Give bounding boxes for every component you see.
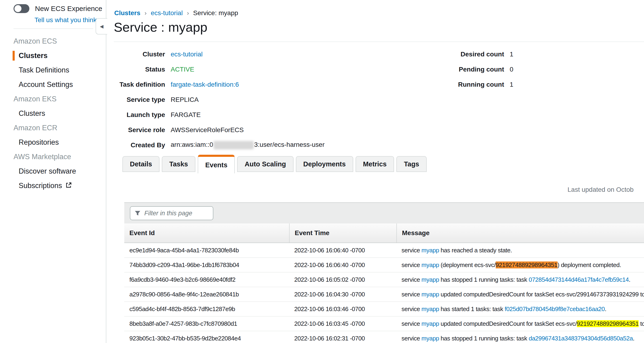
event-id-cell: ec9e1d94-9aca-45b4-a4a1-7823030fe84b	[124, 247, 289, 254]
task-definition-link[interactable]: fargate-task-definition:6	[171, 81, 239, 88]
message-text: has stopped 1 running tasks: task	[439, 335, 528, 342]
filter-input[interactable]	[144, 210, 209, 217]
sidebar-item-clusters[interactable]: Clusters	[0, 48, 106, 63]
sidebar-item-discover-software[interactable]: Discover software	[0, 164, 106, 178]
column-header-event-id[interactable]: Event Id	[124, 224, 289, 243]
breadcrumb-separator-icon: ›	[187, 9, 189, 17]
breadcrumb-separator-icon: ›	[144, 9, 147, 17]
detail-value-created-by: arn:aws:iam::03:user/ecs-harness-user	[171, 141, 324, 149]
message-text: updated computedDesiredCount for taskSet…	[439, 320, 577, 327]
message-text: ) deployment completed.	[558, 262, 621, 269]
message-text: service	[402, 262, 422, 269]
sidebar: New ECS Experience Tell us what you thin…	[0, 0, 106, 343]
sidebar-item-task-definitions[interactable]: Task Definitions	[0, 63, 106, 77]
message-text: service	[402, 320, 422, 327]
ecs-console-page: { "colors": { "accent_orange": "#ec7211"…	[0, 0, 644, 343]
event-id-cell: 8beb3a8f-a0e7-4257-983b-c7fc870980d1	[124, 320, 289, 328]
message-text: service	[402, 276, 422, 283]
event-time-cell: 2022-10-06 16:05:02 -0700	[289, 276, 396, 283]
message-link[interactable]: myapp	[422, 291, 439, 298]
sidebar-section-aws-marketplace: AWS Marketplace	[0, 150, 106, 164]
tab-auto-scaling[interactable]: Auto Scaling	[237, 156, 293, 172]
message-text: service	[402, 306, 422, 313]
breadcrumb-item-ecs-tutorial[interactable]: ecs-tutorial	[151, 9, 183, 17]
status-badge: ACTIVE	[171, 66, 194, 73]
detail-value-launch-type: FARGATE	[171, 111, 201, 119]
table-row: ec9e1d94-9aca-45b4-a4a1-7823030fe84b2022…	[124, 243, 644, 258]
breadcrumb-item-clusters[interactable]: Clusters	[114, 9, 140, 17]
event-id-cell: 923b05c1-30b2-47bb-b535-9d2be22084e4	[124, 335, 289, 342]
message-cell: service myapp has stopped 1 running task…	[396, 276, 644, 283]
filter-funnel-icon	[134, 210, 140, 216]
message-text: has reached a steady state.	[439, 247, 512, 254]
message-link[interactable]: myapp	[422, 320, 439, 327]
sidebar-item-subscriptions[interactable]: Subscriptions	[0, 178, 106, 193]
count-value-pending-count: 0	[510, 66, 514, 73]
service-details: Clusterecs-tutorialStatusACTIVETask defi…	[114, 47, 324, 153]
tab-events[interactable]: Events	[198, 155, 235, 173]
tab-deployments[interactable]: Deployments	[296, 156, 353, 172]
column-header-message[interactable]: Message	[396, 224, 644, 243]
count-label: Desired count	[443, 50, 504, 58]
toggle-knob-icon	[14, 5, 22, 12]
detail-label: Service type	[114, 96, 165, 103]
sidebar-item-account-settings[interactable]: Account Settings	[0, 77, 106, 92]
sidebar-item-label: Account Settings	[19, 80, 73, 88]
arn-prefix: arn:aws:iam::0	[171, 141, 213, 148]
redacted-account-id	[214, 141, 254, 149]
sidebar-item-clusters[interactable]: Clusters	[0, 106, 106, 121]
count-value-running-count: 1	[510, 81, 514, 88]
event-time-cell: 2022-10-06 16:06:40 -0700	[289, 247, 396, 254]
detail-row-created-by: Created Byarn:aws:iam::03:user/ecs-harne…	[114, 137, 324, 153]
message-link[interactable]: myapp	[422, 247, 439, 254]
message-text: to 1.	[639, 320, 644, 327]
tab-metrics[interactable]: Metrics	[356, 156, 394, 172]
count-label: Pending count	[443, 66, 504, 73]
message-text: has stopped 1 running tasks: task	[439, 276, 528, 283]
events-table-body: ec9e1d94-9aca-45b4-a4a1-7823030fe84b2022…	[124, 243, 644, 343]
filter-box	[130, 206, 213, 220]
message-link[interactable]: f025d07bd780454b9f8e7cebac16aa20	[504, 306, 604, 313]
new-ecs-experience-toggle[interactable]	[14, 4, 30, 13]
search-highlight-active: 9219274889298964351	[496, 262, 558, 269]
message-link[interactable]: da29967431a3483794304d56d850a52a	[528, 335, 633, 342]
table-row: 8beb3a8f-a0e7-4257-983b-c7fc870980d12022…	[124, 317, 644, 331]
feedback-link[interactable]: Tell us what you think	[34, 16, 96, 24]
message-link[interactable]: myapp	[422, 306, 439, 313]
count-label: Running count	[443, 81, 504, 88]
tab-details[interactable]: Details	[122, 156, 160, 172]
table-row: c595ad4c-bf4f-482b-8563-7df9c1287e9b2022…	[124, 302, 644, 317]
tab-tags[interactable]: Tags	[396, 156, 427, 172]
detail-row-status: StatusACTIVE	[114, 62, 324, 77]
message-cell: service myapp has stopped 1 running task…	[396, 335, 644, 342]
message-cell: service myapp has started 1 tasks: task …	[396, 306, 644, 313]
detail-value-service-type: REPLICA	[171, 96, 199, 103]
sidebar-item-label: Task Definitions	[19, 66, 69, 74]
message-link[interactable]: 072854d473144d46a17fa4c7efb59c14	[528, 276, 628, 283]
title-divider	[114, 41, 644, 42]
message-link[interactable]: myapp	[422, 276, 439, 283]
event-id-cell: f6a9cdb3-9460-49e3-b2c6-98669e40fdf2	[124, 276, 289, 283]
sidebar-collapse-button[interactable]: ◀	[96, 18, 107, 34]
detail-label: Created By	[114, 141, 165, 149]
breadcrumb: Clusters›ecs-tutorial›Service: myapp	[114, 9, 238, 17]
detail-row-service-role: Service roleAWSServiceRoleForECS	[114, 122, 324, 137]
column-header-event-time[interactable]: Event Time	[289, 224, 396, 243]
event-time-cell: 2022-10-06 16:03:45 -0700	[289, 320, 396, 328]
message-text: service	[402, 247, 422, 254]
message-link[interactable]: myapp	[422, 262, 439, 269]
message-link[interactable]: myapp	[422, 335, 439, 342]
new-ecs-experience-row: New ECS Experience	[14, 4, 102, 13]
message-text: .	[633, 335, 634, 342]
event-id-cell: 74bb3d09-c209-43a1-96be-1db1f6783b04	[124, 262, 289, 269]
tab-tasks[interactable]: Tasks	[162, 156, 196, 172]
search-highlight: 9219274889298964351	[577, 320, 639, 327]
events-table-header: Event IdEvent TimeMessage	[124, 224, 644, 243]
count-row-desired-count: Desired count1	[443, 47, 514, 62]
detail-row-task-definition: Task definitionfargate-task-definition:6	[114, 77, 324, 92]
table-row: f6a9cdb3-9460-49e3-b2c6-98669e40fdf22022…	[124, 272, 644, 287]
detail-value-task-definition: fargate-task-definition:6	[171, 81, 239, 88]
sidebar-item-repositories[interactable]: Repositories	[0, 135, 106, 150]
message-text: (deployment ecs-svc/	[439, 262, 496, 269]
cluster-link[interactable]: ecs-tutorial	[171, 50, 202, 58]
